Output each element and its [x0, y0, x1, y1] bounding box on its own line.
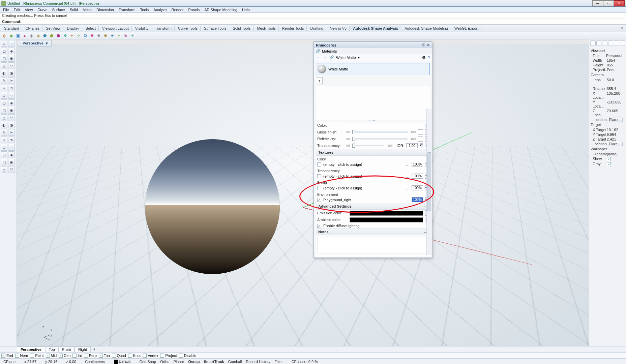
tool-6-1[interactable]: ⟲ — [8, 85, 15, 91]
osnap-mid[interactable]: ✓Mid — [46, 354, 57, 358]
toolbar-icon-15[interactable]: ✸ — [102, 33, 109, 39]
toolbar-icon-13[interactable]: ✺ — [89, 33, 95, 39]
osnap-end-check[interactable]: ✓ — [1, 354, 5, 358]
viewport-title-tab[interactable]: Perspective ▾ — [19, 40, 52, 47]
status-record-history[interactable]: Record History — [244, 360, 272, 364]
status-ortho[interactable]: Ortho — [158, 360, 172, 364]
toolbar-icon-16[interactable]: ✷ — [109, 33, 115, 39]
tool-4-1[interactable]: ◑ — [8, 70, 15, 77]
osnap-near[interactable]: ✓Near — [15, 354, 28, 358]
tab-webgl-export[interactable]: WebGL Export — [452, 26, 482, 31]
osnap-knot-check[interactable] — [128, 354, 132, 358]
command-prompt[interactable]: Command: — [0, 19, 626, 24]
menu-analyze[interactable]: Analyze — [151, 7, 169, 12]
toolbar-icon-9[interactable]: ❖ — [62, 33, 68, 39]
tex-transp-slot[interactable]: (empty - click to assign) — [323, 174, 362, 178]
toolbar-icon-7[interactable]: ⬢ — [49, 33, 55, 39]
cam-place-button[interactable]: Place... — [607, 118, 623, 122]
status-planar[interactable]: Planar — [171, 360, 186, 364]
osnap-knot[interactable]: Knot — [128, 354, 141, 358]
tool-1-0[interactable]: ◻ — [1, 48, 7, 54]
tab-select[interactable]: Select — [83, 26, 99, 31]
tool-5-0[interactable]: ✎ — [1, 77, 7, 84]
tool-2-0[interactable]: ▢ — [1, 55, 7, 62]
nav-fwd-icon[interactable]: → — [323, 56, 327, 60]
cam-z[interactable]: 79.665 — [607, 109, 625, 117]
panel-tools-icon[interactable]: 🛠 — [422, 56, 426, 60]
osnap-project[interactable]: Project — [160, 354, 177, 358]
tab-visibility[interactable]: Visibility — [132, 26, 152, 31]
cam-lens[interactable]: 50.0 — [607, 78, 625, 86]
tool-0-1[interactable]: ○ — [8, 40, 15, 47]
tool-3-1[interactable]: ▽ — [8, 62, 15, 69]
tab-display[interactable]: Display — [64, 26, 82, 31]
tab-mesh-tools[interactable]: Mesh Tools — [254, 26, 278, 31]
emission-swatch[interactable] — [350, 211, 423, 216]
add-material-button[interactable]: ＋ — [316, 77, 323, 84]
tgt-y[interactable]: 9.994 — [607, 132, 625, 136]
add-view-tab[interactable]: ✦ — [91, 346, 98, 352]
viewtab-perspective[interactable]: Perspective — [17, 346, 45, 352]
tool-5-1[interactable]: ✂ — [8, 77, 15, 84]
osnap-point[interactable]: Point — [30, 354, 43, 358]
nav-back-icon[interactable]: ← — [316, 56, 321, 60]
menu-solid[interactable]: Solid — [67, 7, 80, 12]
tool-0-0[interactable]: ◇ — [1, 40, 7, 47]
tool-14-1[interactable]: ○ — [8, 144, 15, 151]
tex-env-pct[interactable]: 100% — [412, 197, 423, 202]
tab-autodesk-shape-modeling[interactable]: Autodesk Shape Modeling — [402, 26, 451, 31]
refl-swatch[interactable] — [418, 136, 423, 142]
viewport-canvas[interactable]: z y x — [17, 44, 589, 346]
breadcrumb-name[interactable]: White Matte — [336, 56, 356, 60]
advanced-section[interactable]: Advanced Settings— — [316, 203, 430, 210]
toolbar-icon-1[interactable]: ◆ — [8, 33, 14, 39]
tool-17-0[interactable]: △ — [1, 166, 7, 173]
gloss-slider[interactable] — [352, 131, 408, 133]
diffuse-check[interactable]: ✓ — [317, 224, 321, 228]
prop-tab-2-icon[interactable] — [596, 40, 602, 46]
osnap-cen-check[interactable]: ✓ — [59, 354, 63, 358]
chevron-right-icon[interactable]: ▸ — [358, 55, 360, 60]
tex-transp-check[interactable] — [317, 174, 321, 178]
toolbar-icon-14[interactable]: ✹ — [96, 33, 102, 39]
tool-10-0[interactable]: △ — [1, 114, 7, 121]
toolbar-icon-4[interactable]: ◉ — [28, 33, 34, 39]
menu-view[interactable]: View — [23, 7, 35, 12]
prop-tab-3-icon[interactable] — [602, 40, 607, 46]
osnap-disable[interactable]: Disable — [179, 354, 197, 358]
prop-tab-5-icon[interactable] — [614, 40, 619, 46]
close-button[interactable]: ✕ — [614, 0, 625, 6]
toolbar-icon-5[interactable]: ◈ — [35, 33, 41, 39]
tab-surface-tools[interactable]: Surface Tools — [201, 26, 229, 31]
tool-17-1[interactable]: ▽ — [8, 166, 15, 173]
tab-cplanes[interactable]: CPlanes — [23, 26, 43, 31]
tool-11-1[interactable]: ◑ — [8, 122, 15, 128]
tool-8-0[interactable]: ◻ — [1, 99, 7, 106]
tab-set-view[interactable]: Set View — [43, 26, 63, 31]
tool-10-1[interactable]: ▽ — [8, 114, 15, 121]
tool-7-0[interactable]: ◇ — [1, 92, 7, 99]
ior-spin[interactable]: ▴▾ — [420, 143, 423, 148]
tool-2-1[interactable]: ◉ — [8, 55, 15, 62]
color-swatch[interactable] — [345, 123, 423, 128]
menu-tools[interactable]: Tools — [138, 7, 151, 12]
status-units[interactable]: Centimeters — [83, 360, 107, 364]
tool-12-0[interactable]: ✎ — [1, 129, 7, 136]
tab-render-tools[interactable]: Render Tools — [279, 26, 307, 31]
tool-16-0[interactable]: ▢ — [1, 159, 7, 165]
tab-standard[interactable]: Standard — [1, 26, 22, 31]
toolbar-icon-18[interactable]: ✵ — [123, 33, 129, 39]
toolbar-icon-19[interactable]: ✴ — [129, 33, 136, 39]
tex-env-slot[interactable]: Playground_right — [323, 198, 351, 202]
osnap-project-check[interactable] — [160, 354, 164, 358]
vp-projection[interactable]: Pers... — [607, 68, 625, 72]
notes-field[interactable] — [317, 237, 428, 253]
viewtab-right[interactable]: Right — [74, 346, 91, 352]
tool-16-1[interactable]: ◉ — [8, 159, 15, 165]
tab-drafting[interactable]: Drafting — [307, 26, 326, 31]
osnap-vertex[interactable]: Vertex — [143, 354, 158, 358]
osnap-tan[interactable]: ✓Tan — [99, 354, 110, 358]
osnap-int-check[interactable] — [72, 354, 77, 358]
minimize-button[interactable]: — — [592, 0, 603, 6]
ior-field[interactable] — [406, 143, 418, 148]
